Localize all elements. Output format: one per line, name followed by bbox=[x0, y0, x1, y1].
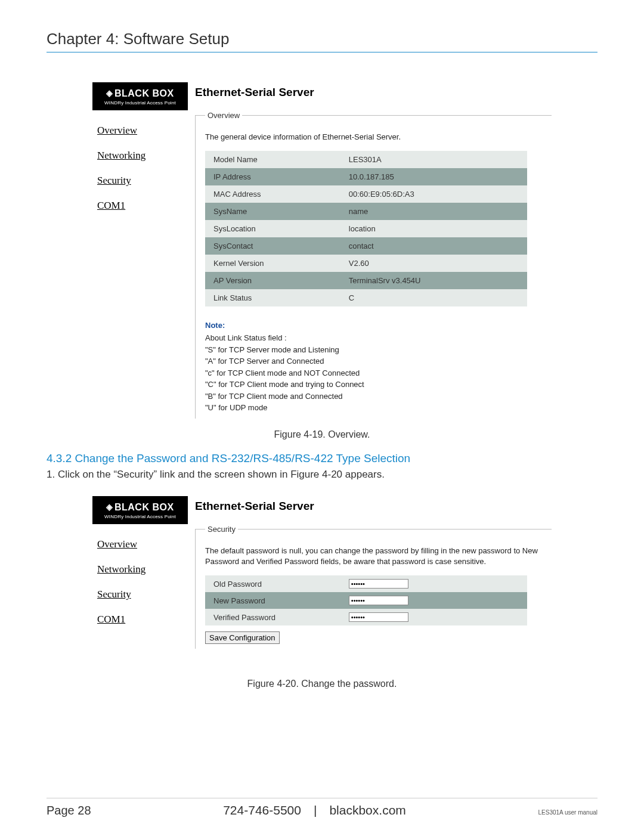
row-label: Old Password bbox=[205, 575, 340, 592]
row-label: Verified Password bbox=[205, 609, 340, 625]
security-table: Old Password New Password Verified Passw… bbox=[205, 575, 527, 625]
page-footer: Page 28 724-746-5500 | blackbox.com LES3… bbox=[47, 798, 597, 817]
row-value: LES301A bbox=[340, 151, 527, 168]
nav-networking[interactable]: Networking bbox=[97, 563, 188, 575]
overview-table: Model NameLES301A IP Address10.0.187.185… bbox=[205, 151, 527, 306]
verified-password-input[interactable] bbox=[349, 612, 408, 622]
note-line: "A" for TCP Server and Connected bbox=[205, 355, 552, 367]
row-value: V2.60 bbox=[340, 255, 527, 272]
row-label: Kernel Version bbox=[205, 255, 340, 272]
note-line: About Link Status field : bbox=[205, 332, 552, 344]
footer-contact: 724-746-5500 | blackbox.com bbox=[91, 803, 538, 817]
brand-tagline: WINDRy Industrial Access Point bbox=[97, 100, 183, 106]
overview-panel: Overview The general device information … bbox=[195, 111, 552, 419]
row-label: Model Name bbox=[205, 151, 340, 168]
nav-overview[interactable]: Overview bbox=[97, 538, 188, 550]
row-label: Link Status bbox=[205, 289, 340, 306]
diamond-icon: ◈ bbox=[106, 502, 113, 512]
note-line: "c" for TCP Client mode and NOT Connecte… bbox=[205, 367, 552, 379]
security-panel: Security The default password is null, y… bbox=[195, 525, 552, 649]
overview-screenshot: ◈BLACK BOX WINDRy Industrial Access Poin… bbox=[92, 82, 552, 419]
row-label: AP Version bbox=[205, 272, 340, 289]
row-value: contact bbox=[340, 237, 527, 255]
row-label: SysContact bbox=[205, 237, 340, 255]
brand-name: BLACK BOX bbox=[114, 502, 174, 512]
overview-legend: Overview bbox=[205, 111, 242, 120]
figure-4-19-caption: Figure 4-19. Overview. bbox=[47, 429, 597, 440]
note-line: "S" for TCP Server mode and Listening bbox=[205, 344, 552, 356]
section-4-3-2-heading: 4.3.2 Change the Password and RS-232/RS-… bbox=[47, 452, 597, 465]
row-value: location bbox=[340, 220, 527, 237]
row-value: C bbox=[340, 289, 527, 306]
main-title: Ethernet-Serial Server bbox=[195, 500, 552, 513]
new-password-input[interactable] bbox=[349, 596, 408, 605]
row-value: TerminalSrv v3.454U bbox=[340, 272, 527, 289]
note-title: Note: bbox=[205, 321, 552, 330]
brand-name: BLACK BOX bbox=[114, 88, 174, 98]
row-label: SysName bbox=[205, 203, 340, 220]
row-value: 00:60:E9:05:6D:A3 bbox=[340, 185, 527, 203]
row-value: 10.0.187.185 bbox=[340, 168, 527, 185]
note-body: About Link Status field : "S" for TCP Se… bbox=[205, 332, 552, 414]
row-label: IP Address bbox=[205, 168, 340, 185]
chapter-title: Chapter 4: Software Setup bbox=[47, 30, 597, 52]
brand-logo: ◈BLACK BOX WINDRy Industrial Access Poin… bbox=[92, 496, 188, 524]
row-value: name bbox=[340, 203, 527, 220]
main-title: Ethernet-Serial Server bbox=[195, 86, 552, 99]
security-legend: Security bbox=[205, 525, 238, 534]
nav-networking[interactable]: Networking bbox=[97, 150, 188, 162]
note-line: "C" for TCP Client mode and trying to Co… bbox=[205, 379, 552, 391]
row-label: SysLocation bbox=[205, 220, 340, 237]
row-label: New Password bbox=[205, 592, 340, 609]
row-label: MAC Address bbox=[205, 185, 340, 203]
nav-security[interactable]: Security bbox=[97, 175, 188, 187]
brand-logo: ◈BLACK BOX WINDRy Industrial Access Poin… bbox=[92, 82, 188, 110]
diamond-icon: ◈ bbox=[106, 88, 113, 98]
nav-overview[interactable]: Overview bbox=[97, 125, 188, 137]
figure-4-20-caption: Figure 4-20. Change the password. bbox=[47, 679, 597, 689]
nav-com1[interactable]: COM1 bbox=[97, 200, 188, 212]
security-screenshot: ◈BLACK BOX WINDRy Industrial Access Poin… bbox=[92, 496, 552, 649]
old-password-input[interactable] bbox=[349, 579, 408, 589]
footer-page-number: Page 28 bbox=[47, 804, 91, 817]
security-intro: The default password is null, you can ch… bbox=[205, 546, 552, 567]
note-line: "B" for TCP Client mode and Connected bbox=[205, 391, 552, 402]
nav-com1[interactable]: COM1 bbox=[97, 614, 188, 625]
nav-security[interactable]: Security bbox=[97, 589, 188, 600]
save-configuration-button[interactable]: Save Configuration bbox=[205, 631, 280, 644]
step-1-text: 1. Click on the “Security” link and the … bbox=[47, 469, 597, 481]
footer-doc-title: LES301A user manual bbox=[538, 809, 597, 816]
note-line: "U" for UDP mode bbox=[205, 402, 552, 414]
brand-tagline: WINDRy Industrial Access Point bbox=[97, 514, 183, 519]
overview-intro: The general device information of Ethern… bbox=[205, 132, 552, 143]
